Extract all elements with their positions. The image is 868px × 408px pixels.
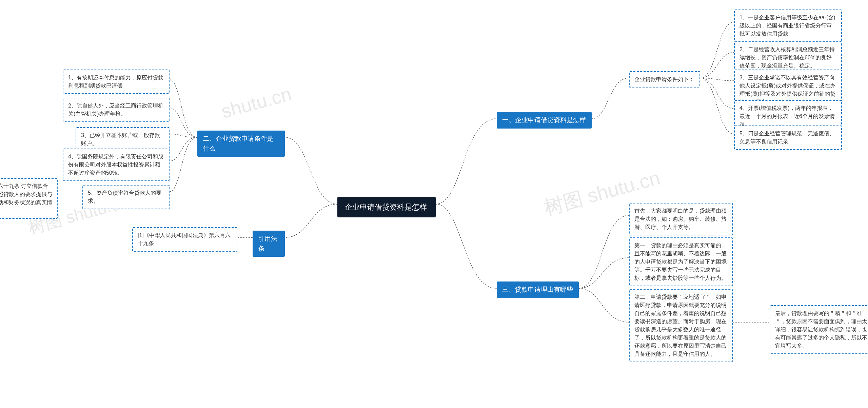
leaf-b3-4[interactable]: 最后，贷款理由要写的＂精＂和＂准＂，贷款原因不需要面面俱到，理由太详细，很容易让… bbox=[770, 305, 868, 354]
branch-node-1[interactable]: 一、企业申请借贷资料是怎样 bbox=[497, 112, 592, 129]
leaf-b2-4[interactable]: 4、除国务院规定外，有限责任公司和股份有限公司对外股本权益性投资累计额不超过净资… bbox=[63, 149, 170, 181]
leaf-b2-extra[interactable]: 《民法典》第六百六十九条 订立借款合同，借款人应当按照贷款人的要求提供与借款有关… bbox=[0, 178, 58, 219]
leaf-b2-2[interactable]: 2、除自然人外，应当经工商行政管理机关(主管机关)办理年检。 bbox=[63, 98, 170, 122]
leaf-b1-2[interactable]: 2、二是经营收入核算利润总额近三年持续增长，资产负债率控制在60%的良好值范围，… bbox=[734, 41, 842, 74]
branch-node-2[interactable]: 二、企业贷款申请条件是什么 bbox=[197, 131, 285, 157]
leaf-b2-5[interactable]: 5、资产负债率符合贷款人的要求。 bbox=[82, 185, 170, 209]
branch-node-4[interactable]: 引用法条 bbox=[253, 231, 285, 257]
sub-node-1[interactable]: 企业贷款申请条件如下： bbox=[629, 71, 700, 88]
leaf-b3-3[interactable]: 第二，申请贷款要＂应地适宜＂，如申请医疗贷款，申请原因就要充分的说明自己的家庭条… bbox=[629, 289, 733, 362]
leaf-b1-1[interactable]: 1、一是企业客户信用等级至少在aa-(含)级以上的，经国有商业银行省级分行审批可… bbox=[734, 9, 842, 42]
watermark: shutu.cn bbox=[219, 83, 294, 123]
leaf-b2-1[interactable]: 1、有按期还本付息的能力，原应付贷款利息和到期贷款已清偿。 bbox=[63, 70, 170, 94]
leaf-b3-1[interactable]: 首先，大家都要明白的是，贷款理由须是合法的，如：购房、购车、装修、旅游、医疗、个… bbox=[629, 203, 733, 235]
leaf-b2-3[interactable]: 3、已经开立基本账户或一般存款账户。 bbox=[76, 127, 170, 152]
leaf-b3-2[interactable]: 第一，贷款的理由必须是真实可靠的，且不能写的花里胡哨、不着边际，一般的人申请贷款… bbox=[629, 237, 733, 286]
branch-node-3[interactable]: 三、贷款申请理由有哪些 bbox=[497, 281, 579, 298]
mindmap-root[interactable]: 企业申请借贷资料是怎样 bbox=[337, 197, 436, 217]
leaf-b4-1[interactable]: [1]《中华人民共和国民法典》第六百六十九条 bbox=[132, 227, 237, 252]
leaf-b1-5[interactable]: 5、四是企业经营管理规范，无逃废债、欠息等不良信用记录。 bbox=[734, 125, 842, 150]
